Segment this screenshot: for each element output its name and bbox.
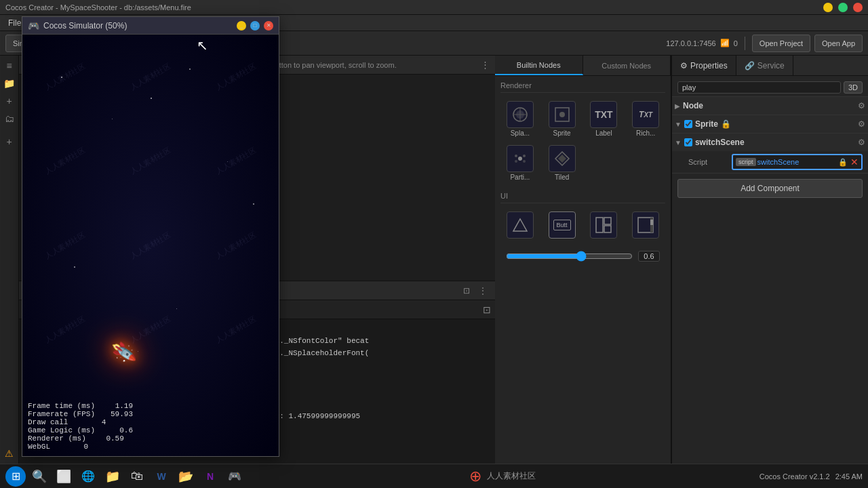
sim-min-btn[interactable]: _ <box>237 21 246 30</box>
taskbar-onenote[interactable]: N <box>199 466 221 487</box>
scene-settings[interactable]: ⋮ <box>477 58 492 73</box>
sprite-gear-icon[interactable]: ⚙ <box>858 119 865 129</box>
nl-item-scrollview[interactable] <box>626 209 665 243</box>
gp-settings-btn[interactable]: ⋮ <box>476 284 490 298</box>
start-btn[interactable]: ⊞ <box>5 466 26 487</box>
sprite-section-title: Sprite <box>695 119 718 129</box>
node-chevron: ▶ <box>675 102 680 110</box>
switchscene-gear-icon[interactable]: ⚙ <box>858 138 865 147</box>
svg-rect-13 <box>604 218 611 224</box>
sprite-lock-icon[interactable]: 🔒 <box>721 119 731 129</box>
nl-item-layout[interactable] <box>585 209 624 243</box>
node-library-panel: Builtin Nodes Custom Nodes Renderer <box>495 56 671 464</box>
taskbar-store[interactable]: 🛍 <box>126 466 148 487</box>
taskbar-cocos[interactable]: 🎮 <box>224 466 245 487</box>
open-app-btn[interactable]: Open App <box>814 35 863 52</box>
add-component-btn[interactable]: Add Component <box>677 179 863 198</box>
sprite-icon <box>549 101 576 128</box>
renderer-value: 0.59 <box>97 434 124 443</box>
taskbar-task-view[interactable]: ⬜ <box>53 466 75 487</box>
nl-slider-row: 0.6 <box>500 251 665 267</box>
tab-builtin-nodes[interactable]: Builtin Nodes <box>495 56 583 75</box>
sidebar-assets-icon[interactable]: 📁 <box>2 76 17 91</box>
nl-label-sprite: Sprite <box>553 129 571 137</box>
sprite-section-header[interactable]: ▼ Sprite 🔒 ⚙ <box>672 115 868 133</box>
sidebar-add-icon[interactable]: + <box>2 94 17 108</box>
particle-icon <box>507 145 534 172</box>
minimize-btn[interactable] <box>823 3 833 12</box>
svg-marker-11 <box>513 219 527 231</box>
properties-label: Properties <box>690 61 728 70</box>
sim-title-bar[interactable]: 🎮 Cocos Simulator (50%) _ □ ✕ <box>22 17 279 35</box>
taskbar-edge[interactable]: 🌐 <box>77 466 99 487</box>
svg-point-6 <box>523 155 526 157</box>
node-gear-icon[interactable]: ⚙ <box>858 101 865 110</box>
sim-title-icon: 🎮 <box>28 20 39 31</box>
prop-3d-btn[interactable]: 3D <box>844 81 863 94</box>
simulator-window: 🎮 Cocos Simulator (50%) _ □ ✕ 人人素材社区 人人素… <box>22 16 279 457</box>
sim-title: Cocos Simulator (50%) <box>43 21 237 30</box>
nl-label-tiled: Tiled <box>555 174 569 181</box>
taskbar-files[interactable]: 📂 <box>175 466 197 487</box>
nl-item-particle[interactable]: Parti... <box>500 142 540 184</box>
prop-search-input[interactable] <box>677 81 841 94</box>
taskbar-word[interactable]: W <box>151 466 172 487</box>
service-icon: 🔗 <box>745 61 755 70</box>
taskbar-search[interactable]: 🔍 <box>28 466 50 487</box>
open-project-label: Open Project <box>760 39 803 47</box>
switchscene-header[interactable]: ▼ switchScene ⚙ <box>672 134 868 151</box>
script-input-wrap: script switchScene 🔒 ✕ <box>732 154 863 170</box>
nl-item-sprite[interactable]: Sprite <box>542 98 582 140</box>
nl-label-splash: Spla... <box>511 129 530 137</box>
tab-custom-nodes[interactable]: Custom Nodes <box>583 56 671 75</box>
node-section: ▶ Node ⚙ <box>672 97 868 115</box>
sim-max-btn[interactable]: □ <box>250 21 260 30</box>
tiled-icon <box>549 145 576 172</box>
zoom-slider[interactable] <box>506 251 633 262</box>
canvas-icon <box>507 211 534 239</box>
watermark-text: 人人素材社区 <box>487 470 536 482</box>
switchscene-checkbox[interactable] <box>684 138 692 146</box>
open-project-btn[interactable]: Open Project <box>752 35 810 52</box>
properties-panel: ⚙ Properties 🔗 Service 3D ▶ <box>671 56 868 464</box>
node-section-header[interactable]: ▶ Node ⚙ <box>672 97 868 115</box>
script-value: switchScene <box>757 158 837 166</box>
switchscene-chevron: ▼ <box>675 139 682 146</box>
sim-close-btn[interactable]: ✕ <box>264 21 273 30</box>
left-sidebar: ≡ 📁 + 🗂 + ⚠ <box>0 56 19 464</box>
svg-point-3 <box>559 112 565 117</box>
svg-point-5 <box>515 155 517 157</box>
sim-watermark: 人人素材社区 人人素材社区 人人素材社区 人人素材社区 人人素材社区 人人素材社… <box>22 35 279 456</box>
nl-item-tiled[interactable]: Tiled <box>542 142 582 184</box>
sprite-checkbox[interactable] <box>684 120 692 128</box>
script-clear-btn[interactable]: ✕ <box>850 157 859 167</box>
node-section-title: Node <box>683 101 703 110</box>
svg-rect-14 <box>604 226 611 232</box>
taskbar-center: ⊕ 人人素材社区 <box>248 468 757 485</box>
sidebar-folder-icon[interactable]: 🗂 <box>2 111 17 126</box>
taskbar-explorer[interactable]: 📁 <box>102 466 123 487</box>
stat-webgl: WebGL 0 <box>28 443 133 451</box>
sidebar-hierarchy-icon[interactable]: ≡ <box>2 58 17 73</box>
close-btn[interactable] <box>853 3 863 12</box>
sidebar-add2-icon[interactable]: + <box>2 134 17 149</box>
switchscene-section: ▼ switchScene ⚙ Script script switchScen… <box>672 134 868 174</box>
nl-item-richtext[interactable]: TXT Rich... <box>626 98 665 140</box>
maximize-btn[interactable] <box>838 3 848 12</box>
nl-item-sprite-splash[interactable]: Spla... <box>500 98 540 140</box>
sim-stats: Frame time (ms) 1.19 Framerate (FPS) 59.… <box>28 402 133 451</box>
tab-properties[interactable]: ⚙ Properties <box>672 56 736 75</box>
gp-controls: ⊡ ⋮ <box>460 284 490 298</box>
nl-item-canvas[interactable] <box>500 209 540 243</box>
tab-service[interactable]: 🔗 Service <box>736 56 793 75</box>
renderer-grid: Spla... Sprite TXT <box>500 98 665 184</box>
gp-expand-btn[interactable]: ⊡ <box>483 304 491 315</box>
logo-icon: ⊕ <box>469 468 481 485</box>
nl-item-button[interactable]: Butt <box>542 209 582 243</box>
title-controls <box>823 3 863 12</box>
renderer-title: Renderer <box>500 81 665 93</box>
gp-maximize-btn[interactable]: ⊡ <box>460 284 473 298</box>
stat-frametime: Frame time (ms) 1.19 <box>28 402 133 410</box>
taskbar-right: Cocos Creator v2.1.2 2:45 AM <box>760 472 863 481</box>
nl-item-label[interactable]: TXT Label <box>585 98 624 140</box>
